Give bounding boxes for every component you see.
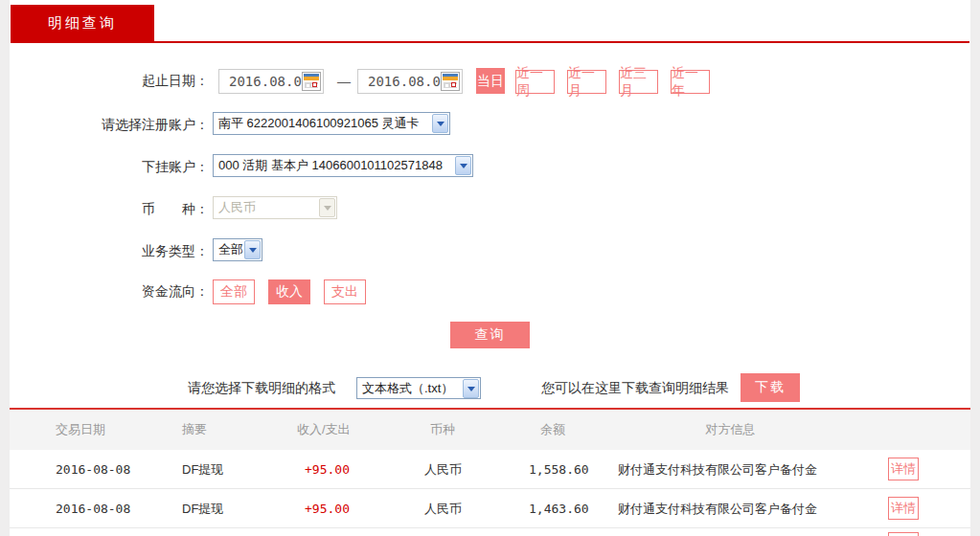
col-header-date: 交易日期: [56, 410, 105, 450]
cell-balance: 1,558.60: [529, 450, 589, 489]
register-account-label: 请选择注册账户：: [10, 112, 209, 137]
detail-button[interactable]: 详情: [888, 497, 919, 520]
cell-counterparty: 财付通支付科技有限公司客户备付金: [618, 489, 886, 528]
detail-button[interactable]: 详情: [888, 532, 919, 536]
quick-range-month-button[interactable]: 近一月: [567, 70, 606, 94]
download-row: 请您选择下载明细的格式 文本格式（.txt） 您可以在这里下载查询明细结果 下载: [10, 373, 970, 402]
col-header-summary: 摘要: [182, 410, 207, 450]
date-range-label: 起止日期：: [10, 68, 209, 93]
chevron-down-icon: [319, 198, 335, 217]
start-date-input[interactable]: 2016.08.08: [218, 69, 324, 94]
sub-account-row: 下挂账户： 000 活期 基本户 1406600101102571848: [10, 154, 970, 177]
cell-balance: 1,463.60: [529, 489, 589, 528]
download-button[interactable]: 下载: [741, 373, 800, 402]
register-account-row: 请选择注册账户： 南平 6222001406100921065 灵通卡: [10, 112, 970, 135]
currency-row: 币 种： 人民币: [10, 196, 970, 219]
business-type-label: 业务类型：: [10, 238, 209, 263]
content-panel: 明细查询 起止日期： 2016.08.08 — 2016.08.08 当日: [10, 0, 970, 536]
end-date-value: 2016.08.08: [368, 74, 448, 89]
currency-select: 人民币: [213, 196, 337, 219]
col-header-currency: 币种: [430, 410, 455, 450]
cell-amount: +95.00: [305, 489, 350, 528]
cell-summary: DF提现: [182, 489, 223, 528]
chevron-down-icon: [463, 379, 479, 398]
download-hint: 您可以在这里下载查询明细结果: [541, 373, 729, 402]
cell-summary: DF提现: [182, 450, 223, 489]
col-header-counterparty: 对方信息: [618, 410, 843, 450]
table-row: 2016-08-08 DF提现 +95.00 人民币 1,558.60 财付通支…: [10, 450, 970, 489]
detail-button[interactable]: 详情: [888, 458, 919, 480]
chevron-down-icon: [244, 240, 261, 259]
currency-label: 币 种：: [10, 196, 209, 221]
date-range-separator: —: [333, 68, 354, 95]
col-header-amount: 收入/支出: [297, 410, 351, 450]
sub-account-select[interactable]: 000 活期 基本户 1406600101102571848: [213, 154, 473, 177]
fund-flow-all-button[interactable]: 全部: [213, 279, 255, 304]
table-header-row: 交易日期 摘要 收入/支出 币种 余额 对方信息: [10, 410, 970, 450]
register-account-select[interactable]: 南平 6222001406100921065 灵通卡: [213, 112, 450, 135]
business-type-select[interactable]: 全部: [213, 238, 262, 261]
business-type-row: 业务类型： 全部: [10, 238, 970, 261]
cell-counterparty: 财付通支付科技有限公司客户备付金: [618, 450, 886, 489]
cell-currency: 人民币: [424, 489, 462, 528]
query-button[interactable]: 查询: [450, 322, 530, 348]
col-header-balance: 余额: [540, 410, 565, 450]
fund-flow-income-button[interactable]: 收入: [268, 279, 310, 304]
calendar-icon[interactable]: [441, 72, 460, 91]
start-date-value: 2016.08.08: [229, 74, 309, 89]
quick-range-3months-button[interactable]: 近三月: [619, 70, 658, 94]
quick-range-today-button[interactable]: 当日: [476, 68, 505, 94]
quick-range-year-button[interactable]: 近一年: [671, 70, 710, 94]
calendar-icon[interactable]: [302, 72, 321, 91]
fund-flow-label: 资金流向：: [10, 279, 209, 303]
download-format-label: 请您选择下载明细的格式: [188, 373, 335, 402]
cell-date: 2016-08-08: [56, 489, 130, 528]
date-range-row: 起止日期： 2016.08.08 — 2016.08.08 当日 近一周 近一月…: [10, 68, 970, 95]
chevron-down-icon: [455, 156, 471, 175]
table-row: 2016-08-08 DF提现 +95.00 人民币 1,463.60 财付通支…: [10, 489, 970, 528]
cell-amount: +95.00: [305, 450, 350, 489]
table-row: 详情: [10, 528, 970, 536]
tab-detail-query[interactable]: 明细查询: [11, 5, 154, 41]
page: 明细查询 起止日期： 2016.08.08 — 2016.08.08 当日: [0, 0, 980, 536]
sub-account-label: 下挂账户：: [10, 154, 209, 179]
cell-date: 2016-08-08: [56, 450, 130, 489]
fund-flow-row: 资金流向： 全部 收入 支出: [10, 279, 970, 305]
chevron-down-icon: [432, 114, 448, 133]
cell-currency: 人民币: [424, 450, 462, 489]
quick-range-week-button[interactable]: 近一周: [515, 70, 555, 94]
download-format-select[interactable]: 文本格式（.txt）: [356, 377, 481, 399]
tab-underline: [11, 41, 969, 43]
table-body: 2016-08-08 DF提现 +95.00 人民币 1,558.60 财付通支…: [10, 450, 970, 536]
results-table: 交易日期 摘要 收入/支出 币种 余额 对方信息 2016-08-08 DF提现…: [10, 408, 970, 536]
end-date-input[interactable]: 2016.08.08: [357, 69, 463, 94]
fund-flow-expense-button[interactable]: 支出: [324, 279, 366, 304]
